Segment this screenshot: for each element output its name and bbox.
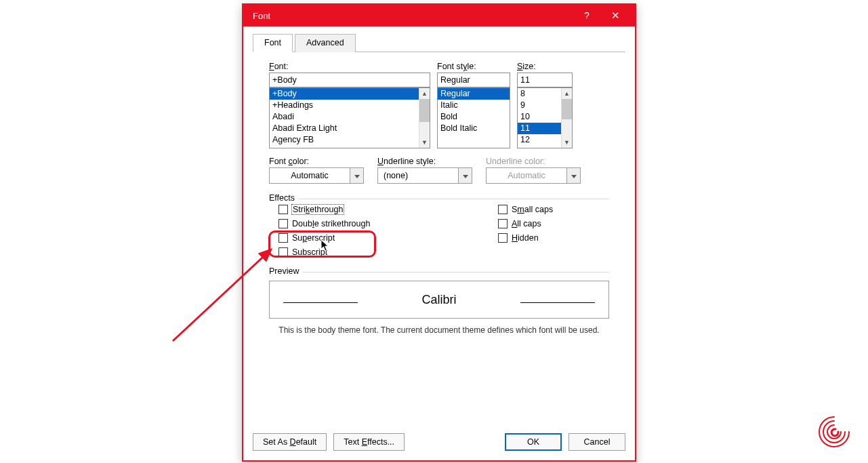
size-label: Size:: [517, 62, 573, 71]
list-item[interactable]: +Headings: [270, 100, 430, 111]
strikethrough-checkbox[interactable]: Strikethrough: [278, 205, 390, 214]
dialog-footer: Set As Default Text Effects... OK Cancel: [253, 426, 625, 451]
size-input[interactable]: [517, 73, 573, 87]
checkbox-icon: [278, 205, 288, 214]
text-effects-button[interactable]: Text Effects...: [333, 433, 405, 451]
checkbox-icon: [278, 233, 288, 243]
underline-color-dropdown: Automatic: [486, 167, 581, 184]
dialog-title: Font: [253, 11, 573, 21]
list-item[interactable]: +Body: [270, 88, 430, 100]
underline-style-label: Underline style:: [377, 157, 472, 166]
font-input[interactable]: [269, 73, 430, 87]
preview-note: This is the body theme font. The current…: [269, 325, 609, 335]
tab-font[interactable]: FFont: [253, 34, 293, 52]
double-strikethrough-checkbox[interactable]: Double strikethrough: [278, 219, 390, 228]
set-as-default-button[interactable]: Set As Default: [253, 433, 327, 451]
checkbox-icon: [278, 219, 288, 228]
subscript-checkbox[interactable]: Subscript: [278, 247, 390, 257]
underline-style-dropdown[interactable]: (none): [377, 167, 472, 184]
list-item[interactable]: Abadi Extra Light: [270, 123, 430, 134]
font-list[interactable]: +Body +Headings Abadi Abadi Extra Light …: [269, 87, 430, 148]
preview-sample: Calibri: [421, 293, 456, 307]
list-item[interactable]: Abadi: [270, 111, 430, 123]
checkbox-icon: [278, 247, 288, 257]
effects-section-label: Effects: [269, 193, 299, 203]
titlebar: Font ? ✕: [243, 5, 635, 26]
watermark-logo-icon: [815, 413, 853, 451]
cancel-button[interactable]: Cancel: [569, 433, 625, 451]
chevron-down-icon[interactable]: [458, 168, 472, 183]
help-icon[interactable]: ?: [573, 10, 601, 21]
size-list[interactable]: 8 9 10 11 12 ▲ ▼: [517, 87, 573, 148]
chevron-down-icon[interactable]: [350, 168, 363, 183]
list-item[interactable]: Bold Italic: [438, 123, 510, 134]
ok-button[interactable]: OK: [505, 433, 562, 451]
font-style-label: Font style:: [437, 62, 510, 71]
underline-color-label: Underline color:: [486, 157, 581, 166]
scroll-up-icon[interactable]: ▲: [419, 88, 430, 99]
scrollbar[interactable]: ▲ ▼: [419, 88, 430, 148]
preview-line: [283, 302, 358, 303]
font-color-dropdown[interactable]: Automatic: [269, 167, 364, 184]
scroll-up-icon[interactable]: ▲: [562, 88, 572, 99]
tab-advanced[interactable]: Advanced: [295, 34, 356, 52]
preview-box: Calibri: [269, 281, 609, 319]
list-item[interactable]: Bold: [438, 111, 510, 123]
preview-section-label: Preview: [269, 266, 303, 276]
font-style-list[interactable]: Regular Italic Bold Bold Italic: [437, 87, 510, 148]
checkbox-icon: [498, 233, 508, 243]
scrollbar[interactable]: ▲ ▼: [561, 88, 572, 148]
font-color-label: Font color:: [269, 157, 364, 166]
small-caps-checkbox[interactable]: Small caps: [498, 205, 609, 214]
checkbox-icon: [498, 205, 508, 214]
list-item[interactable]: Regular: [438, 88, 510, 100]
checkbox-icon: [498, 219, 508, 228]
list-item[interactable]: Italic: [438, 100, 510, 111]
all-caps-checkbox[interactable]: All caps: [498, 219, 609, 228]
font-dialog: Font ? ✕ FFont Advanced Font: +Body +Hea…: [242, 3, 636, 462]
superscript-checkbox[interactable]: Superscript: [278, 233, 390, 243]
list-item[interactable]: Agency FB: [270, 134, 430, 146]
preview-line: [520, 302, 595, 303]
font-style-input[interactable]: [437, 73, 510, 87]
scroll-down-icon[interactable]: ▼: [562, 137, 572, 148]
close-icon[interactable]: ✕: [601, 9, 629, 22]
font-label: Font:: [269, 62, 430, 71]
scroll-down-icon[interactable]: ▼: [419, 137, 430, 148]
tab-strip: FFont Advanced: [253, 33, 625, 52]
hidden-checkbox[interactable]: Hidden: [498, 233, 609, 243]
chevron-down-icon: [566, 168, 580, 183]
